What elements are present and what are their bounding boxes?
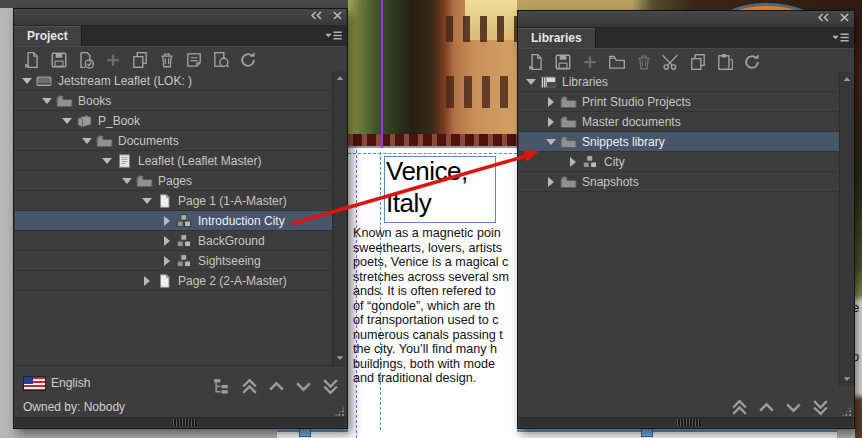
horizontal-scrollbar[interactable] (15, 417, 346, 427)
chevron-down-icon[interactable] (21, 75, 32, 86)
scrollbar-handle[interactable] (677, 419, 701, 426)
scroll-down-icon[interactable] (335, 353, 345, 363)
tree-item-books[interactable]: Books (15, 91, 332, 111)
tree-item-jetstream-leaflet[interactable]: Jetstream Leaflet (LOK: ) (15, 71, 332, 91)
body-text-frame[interactable]: Known as a magnetic poin sweethearts, lo… (353, 226, 517, 386)
chevron-right-icon[interactable] (161, 255, 172, 266)
new-document-button[interactable] (527, 53, 545, 71)
close-icon[interactable] (840, 13, 849, 22)
chevron-down-icon[interactable] (784, 399, 803, 416)
chevron-down-icon[interactable] (545, 136, 556, 147)
body-line: buildings, both with mode (353, 357, 517, 372)
tree-item-snapshots[interactable]: Snapshots (519, 172, 839, 192)
chevron-down-icon[interactable] (294, 378, 313, 395)
tree-item-city[interactable]: City (519, 152, 839, 172)
resize-grip[interactable] (334, 406, 345, 417)
panel-menu-icon[interactable] (831, 32, 850, 43)
add-button[interactable] (104, 51, 122, 69)
scrollbar-handle[interactable] (173, 419, 197, 426)
delete-button[interactable] (635, 53, 653, 71)
tree-item-print-studio-projects[interactable]: Print Studio Projects (519, 92, 839, 112)
folder-icon (560, 115, 577, 129)
tab-libraries[interactable]: Libraries (518, 28, 596, 48)
chevron-down-icon[interactable] (121, 175, 132, 186)
save-button[interactable] (50, 51, 68, 69)
double-chevron-up-icon[interactable] (240, 378, 259, 395)
chevron-right-icon[interactable] (141, 275, 152, 286)
horizontal-scrollbar[interactable] (519, 417, 853, 427)
chevron-right-icon[interactable] (567, 156, 578, 167)
vertical-scrollbar[interactable] (332, 71, 347, 365)
headline-text[interactable]: Venice, Italy (386, 155, 468, 219)
panel-menu-icon[interactable] (324, 30, 343, 41)
save-button[interactable] (554, 53, 572, 71)
chevron-up-icon[interactable] (757, 399, 776, 416)
chevron-down-icon[interactable] (141, 195, 152, 206)
new-document-button[interactable] (23, 51, 41, 69)
cut-button[interactable] (662, 53, 680, 71)
dock-collapse-icon[interactable] (817, 13, 830, 22)
chevron-right-icon[interactable] (545, 176, 556, 187)
owner-label: Owned by: Nobody (23, 400, 125, 414)
double-chevron-down-icon[interactable] (811, 399, 830, 416)
project-icon (36, 74, 53, 88)
project-titlebar[interactable] (14, 9, 347, 26)
tab-project[interactable]: Project (14, 26, 82, 46)
chevron-up-icon[interactable] (267, 378, 286, 395)
tree-item-sightseeing[interactable]: Sightseeing (15, 251, 332, 271)
tree-item-pages[interactable]: Pages (15, 171, 332, 191)
chevron-down-icon[interactable] (81, 135, 92, 146)
double-chevron-up-icon[interactable] (730, 399, 749, 416)
tree-item-label: City (604, 155, 625, 169)
copy-button[interactable] (689, 53, 707, 71)
scroll-up-icon[interactable] (335, 73, 345, 83)
vertical-scrollbar[interactable] (839, 72, 854, 386)
preview-search-button[interactable] (212, 51, 230, 69)
scroll-down-icon[interactable] (842, 374, 852, 384)
tree-item-label: Books (78, 94, 111, 108)
tree-item-background[interactable]: BackGround (15, 231, 332, 251)
notes-button[interactable] (185, 51, 203, 69)
tree-item-documents[interactable]: Documents (15, 131, 332, 151)
folder-icon (56, 94, 73, 108)
snippet-cubes-icon (582, 155, 599, 169)
tree-item-page-2[interactable]: Page 2 (2-A-Master) (15, 271, 332, 291)
refresh-button[interactable] (743, 53, 761, 71)
document-view[interactable]: Venice, Italy Known as a magnetic poin s… (348, 0, 517, 438)
chevron-down-icon[interactable] (61, 115, 72, 126)
refresh-button[interactable] (239, 51, 257, 69)
delete-button[interactable] (158, 51, 176, 69)
tree-item-libraries-root[interactable]: Libraries (519, 72, 839, 92)
tree-item-page-1[interactable]: Page 1 (1-A-Master) (15, 191, 332, 211)
libraries-tree: Libraries Print Studio Projects Master d… (519, 72, 839, 192)
tree-item-p-book[interactable]: P_Book (15, 111, 332, 131)
add-button[interactable] (581, 53, 599, 71)
new-folder-button[interactable] (608, 53, 626, 71)
tree-item-snippets-library[interactable]: Snippets library (519, 132, 839, 152)
venice-photo[interactable] (348, 0, 517, 148)
dock-collapse-icon[interactable] (310, 11, 323, 20)
duplicate-button[interactable] (131, 51, 149, 69)
double-chevron-down-icon[interactable] (321, 378, 340, 395)
paste-button[interactable] (716, 53, 734, 71)
chevron-down-icon[interactable] (525, 76, 536, 87)
chevron-right-icon[interactable] (161, 235, 172, 246)
chevron-right-icon[interactable] (161, 215, 172, 226)
chevron-down-icon[interactable] (101, 155, 112, 166)
chevron-down-icon[interactable] (41, 95, 52, 106)
save-status-button[interactable] (77, 51, 95, 69)
tree-item-label: Documents (118, 134, 179, 148)
tree-item-leaflet[interactable]: Leaflet (Leaflet Master) (15, 151, 332, 171)
close-icon[interactable] (333, 11, 342, 20)
scroll-up-icon[interactable] (842, 74, 852, 84)
body-line: of “gondole”, which are th (353, 299, 517, 314)
tree-view-icon[interactable] (213, 378, 232, 395)
tree-item-label: Page 2 (2-A-Master) (178, 274, 287, 288)
photo-windows (446, 76, 517, 108)
libraries-titlebar[interactable] (518, 11, 854, 28)
chevron-right-icon[interactable] (545, 96, 556, 107)
resize-grip[interactable] (841, 406, 852, 417)
tree-item-master-documents[interactable]: Master documents (519, 112, 839, 132)
tree-item-introduction-city[interactable]: Introduction City (15, 211, 332, 231)
chevron-right-icon[interactable] (545, 116, 556, 127)
